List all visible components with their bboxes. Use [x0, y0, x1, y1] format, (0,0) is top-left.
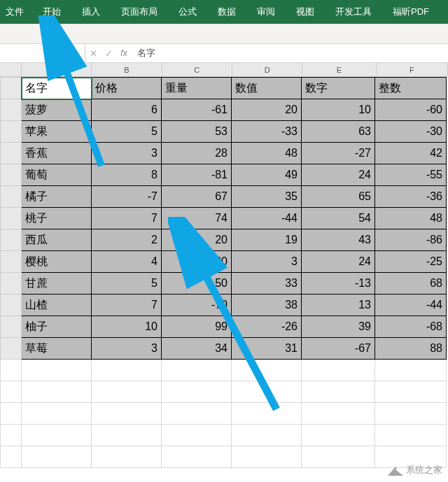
cell[interactable]: 35 [232, 186, 302, 208]
row-header[interactable] [1, 425, 22, 446]
cell[interactable]: 48 [232, 143, 302, 164]
cell[interactable]: 菠萝 [22, 99, 92, 121]
cell[interactable] [302, 381, 375, 403]
cell[interactable] [375, 403, 447, 425]
cell[interactable]: -70 [162, 295, 232, 316]
cell-D1[interactable]: 数值 [232, 78, 302, 99]
row-header[interactable] [1, 251, 22, 273]
cell[interactable] [302, 403, 375, 425]
cell-E1[interactable]: 数字 [302, 78, 375, 99]
cell[interactable]: 33 [232, 273, 302, 295]
cell[interactable]: -30 [375, 121, 447, 143]
cell[interactable]: 19 [232, 229, 302, 251]
cell[interactable]: 3 [232, 251, 302, 273]
cell[interactable]: -36 [375, 186, 447, 208]
row-header[interactable] [1, 446, 22, 468]
cell[interactable]: -27 [302, 143, 375, 164]
cell[interactable] [162, 446, 232, 468]
cell[interactable]: 草莓 [22, 338, 92, 360]
cell-B1[interactable]: 价格 [92, 78, 162, 99]
col-header-C[interactable]: C [162, 63, 232, 77]
cell[interactable]: 49 [232, 164, 302, 186]
row-header[interactable] [1, 403, 22, 425]
cell[interactable]: -30 [162, 251, 232, 273]
row-header[interactable] [1, 143, 22, 164]
formula-confirm-icon[interactable]: ✓ [101, 45, 116, 62]
row-header[interactable] [1, 186, 22, 208]
cell[interactable]: 39 [302, 316, 375, 338]
cell[interactable]: 67 [162, 186, 232, 208]
cell[interactable]: -25 [375, 251, 447, 273]
cell-F1[interactable]: 整数 [375, 78, 447, 99]
cell[interactable]: 甘蔗 [22, 273, 92, 295]
cell[interactable]: 28 [162, 143, 232, 164]
cell[interactable]: 53 [162, 121, 232, 143]
row-header[interactable] [1, 208, 22, 229]
cell[interactable] [22, 381, 92, 403]
cell[interactable]: 24 [302, 164, 375, 186]
col-header-B[interactable]: B [92, 63, 162, 77]
cell[interactable] [302, 446, 375, 468]
cell[interactable]: 48 [375, 208, 447, 229]
tab-data[interactable]: 数据 [207, 0, 246, 24]
cell[interactable]: 6 [92, 99, 162, 121]
col-header-F[interactable]: F [377, 63, 448, 77]
select-all-corner[interactable] [0, 63, 22, 77]
cell[interactable]: 42 [375, 143, 447, 164]
cell[interactable]: 4 [92, 251, 162, 273]
cell[interactable] [302, 425, 375, 446]
cell[interactable]: 橘子 [22, 186, 92, 208]
cell[interactable] [232, 425, 302, 446]
col-header-D[interactable]: D [232, 63, 302, 77]
tab-home[interactable]: 开始 [32, 0, 71, 24]
tab-file[interactable]: 文件 [1, 0, 32, 24]
cell[interactable]: -86 [375, 229, 447, 251]
cell[interactable]: 10 [92, 316, 162, 338]
cell[interactable] [22, 425, 92, 446]
cell[interactable]: 2 [92, 229, 162, 251]
cell[interactable]: 柚子 [22, 316, 92, 338]
col-header-A[interactable]: A [22, 63, 92, 77]
cell[interactable]: 74 [162, 208, 232, 229]
tab-review[interactable]: 审阅 [246, 0, 286, 24]
cell[interactable] [92, 360, 162, 381]
row-header[interactable] [1, 99, 22, 121]
cell[interactable]: 24 [302, 251, 375, 273]
cell[interactable] [302, 360, 375, 381]
cell[interactable]: 7 [92, 295, 162, 316]
cell[interactable]: 65 [302, 186, 375, 208]
row-header[interactable] [1, 338, 22, 360]
cell[interactable]: 54 [302, 208, 375, 229]
cell[interactable]: -44 [375, 295, 447, 316]
cell[interactable] [232, 360, 302, 381]
cell[interactable]: 20 [162, 229, 232, 251]
tab-developer[interactable]: 开发工具 [325, 0, 382, 24]
row-header[interactable] [1, 381, 22, 403]
cell[interactable] [375, 360, 447, 381]
cell[interactable]: -55 [375, 164, 447, 186]
cell[interactable]: 13 [302, 295, 375, 316]
cell[interactable]: 葡萄 [22, 164, 92, 186]
cell[interactable]: 38 [232, 295, 302, 316]
row-header[interactable] [1, 360, 22, 381]
cell[interactable] [22, 403, 92, 425]
cell[interactable]: 西瓜 [22, 229, 92, 251]
cell[interactable]: 50 [162, 273, 232, 295]
row-header[interactable] [1, 295, 22, 316]
cell[interactable]: 31 [232, 338, 302, 360]
cell-A1[interactable]: 名字 [22, 78, 92, 99]
data-table[interactable]: 名字 价格 重量 数值 数字 整数 菠萝6-612010-60苹果553-336… [0, 77, 447, 468]
cell[interactable] [162, 360, 232, 381]
tab-page-layout[interactable]: 页面布局 [111, 0, 168, 24]
cell[interactable]: 20 [232, 99, 302, 121]
cell-C1[interactable]: 重量 [162, 78, 232, 99]
cell[interactable] [92, 381, 162, 403]
row-header[interactable] [1, 316, 22, 338]
cell[interactable]: -61 [162, 99, 232, 121]
cell[interactable]: 苹果 [22, 121, 92, 143]
col-header-E[interactable]: E [302, 63, 376, 77]
cell[interactable]: 香蕉 [22, 143, 92, 164]
cell[interactable]: 34 [162, 338, 232, 360]
cell[interactable]: 43 [302, 229, 375, 251]
cell[interactable]: 3 [92, 338, 162, 360]
